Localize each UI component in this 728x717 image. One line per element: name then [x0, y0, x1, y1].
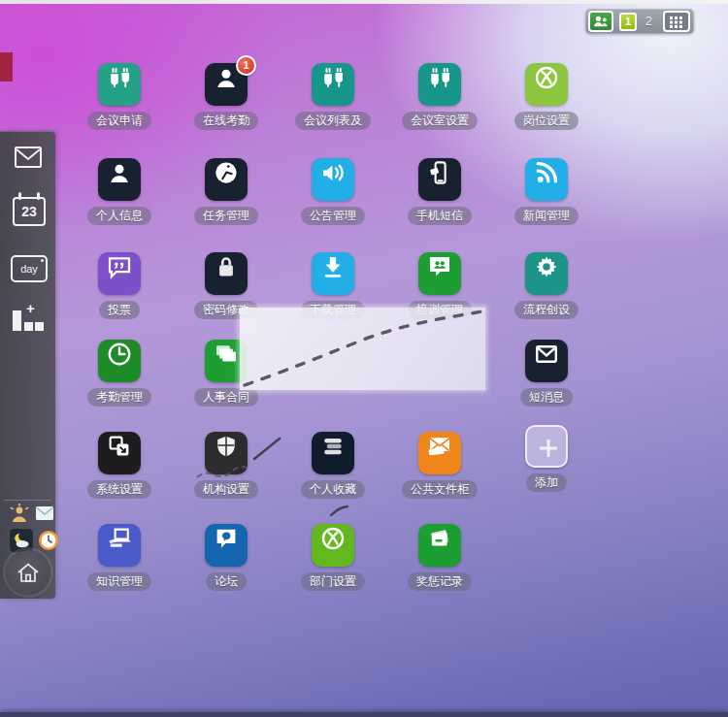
- grid-view-button[interactable]: [663, 11, 690, 32]
- messenger-icon: [590, 14, 612, 29]
- app-label: 人事合同: [194, 388, 258, 407]
- app-workflow-create[interactable]: 流程创设: [493, 245, 600, 319]
- app-label: 考勤管理: [87, 388, 151, 407]
- sidebar: 23 day +: [0, 131, 55, 599]
- app-forum[interactable]: 论坛: [173, 517, 280, 591]
- layers-icon: [312, 432, 354, 474]
- top-right-toolbar: 1 2: [585, 9, 694, 34]
- app-personal-info[interactable]: 个人信息: [66, 151, 173, 225]
- app-label: 个人信息: [87, 207, 151, 225]
- app-label: 会议室设置: [402, 112, 478, 130]
- messenger-button[interactable]: [588, 11, 613, 32]
- app-label: 公告管理: [301, 207, 365, 225]
- laptop-icon: [98, 524, 141, 567]
- desktop: 1 2 23 day +: [0, 0, 728, 717]
- clock-icon: [98, 340, 141, 382]
- download-icon: [312, 252, 354, 295]
- lock-icon: [205, 252, 248, 295]
- app-meeting-room-settings[interactable]: 会议室设置: [386, 56, 493, 130]
- app-meeting-apply[interactable]: 会议申请: [66, 56, 173, 130]
- app-mobile-sms[interactable]: 手机短信: [386, 151, 493, 225]
- app-org-settings[interactable]: 机构设置: [173, 425, 280, 499]
- app-label: 短消息: [520, 388, 573, 407]
- app-online-attendance[interactable]: 1在线考勤: [173, 56, 280, 130]
- speaker-icon: [312, 158, 354, 201]
- mail-icon: [14, 145, 43, 170]
- app-label: 部门设置: [301, 572, 365, 591]
- app-label: 流程创设: [514, 301, 579, 319]
- app-label: 会议申请: [87, 112, 151, 130]
- sidebar-divider: [4, 500, 51, 501]
- redaction-overlay: [240, 308, 485, 390]
- meeting-icon: [98, 63, 141, 106]
- app-label: 任务管理: [194, 207, 258, 225]
- app-add[interactable]: 添加: [493, 425, 600, 492]
- app-knowledge-management[interactable]: 知识管理: [66, 517, 173, 591]
- plus-icon: [525, 425, 568, 468]
- app-label: 会议列表及: [295, 112, 371, 130]
- app-label: 岗位设置: [514, 112, 579, 130]
- app-attendance-management[interactable]: 考勤管理: [66, 333, 173, 407]
- weather-button[interactable]: [9, 528, 34, 553]
- app-news-management[interactable]: 新闻管理: [493, 151, 600, 225]
- app-label: 系统设置: [87, 480, 151, 499]
- bottom-edge-strip: [0, 712, 728, 717]
- app-meeting-list[interactable]: 会议列表及: [280, 56, 386, 130]
- app-label: 公共文件柜: [402, 480, 478, 499]
- compass-icon: [205, 158, 248, 201]
- mini-mail-button[interactable]: [35, 505, 54, 521]
- app-short-message[interactable]: 短消息: [493, 333, 600, 407]
- app-label: 奖惩记录: [408, 572, 472, 591]
- home-icon: [6, 559, 50, 586]
- grid-icon: [669, 16, 684, 28]
- app-label: 机构设置: [194, 480, 258, 499]
- app-announcement-management[interactable]: 公告管理: [280, 151, 386, 225]
- app-personal-favorites[interactable]: 个人收藏: [280, 425, 386, 499]
- user-status-icon: [7, 503, 32, 526]
- xbox-icon: [525, 63, 568, 106]
- top-edge-strip: [0, 0, 728, 4]
- app-label: 知识管理: [87, 572, 151, 591]
- calendar-icon: 23: [13, 197, 46, 226]
- forum-icon: [205, 524, 248, 567]
- mail-mini-icon: [35, 505, 54, 521]
- user-status-button[interactable]: [7, 503, 32, 526]
- person-icon: 1: [205, 63, 248, 106]
- app-public-file-cabinet[interactable]: 公共文件柜: [386, 425, 493, 499]
- meeting-icon: [312, 63, 354, 106]
- sidebar-apps-button[interactable]: +: [13, 302, 44, 333]
- clock-icon: [37, 529, 60, 552]
- app-system-settings[interactable]: 系统设置: [66, 425, 173, 499]
- sidebar-mail-button[interactable]: [14, 145, 43, 170]
- app-vote[interactable]: 投票: [66, 245, 173, 319]
- phone-icon: [418, 158, 461, 201]
- pager-page-1[interactable]: 1: [619, 13, 637, 31]
- mail-open-icon: [418, 432, 461, 474]
- xbox-icon: [312, 524, 354, 567]
- shield-icon: [205, 432, 248, 474]
- app-task-management[interactable]: 任务管理: [173, 151, 280, 225]
- notification-badge: 1: [236, 55, 256, 76]
- day-calendar-icon: day: [11, 255, 48, 282]
- app-department-settings[interactable]: 部门设置: [280, 517, 386, 591]
- people-bubble-icon: [418, 252, 461, 295]
- app-label: 新闻管理: [514, 207, 579, 225]
- home-button[interactable]: [6, 550, 50, 595]
- person-icon: [98, 158, 141, 201]
- weather-icon: [9, 528, 34, 553]
- app-reward-records[interactable]: 奖惩记录: [386, 517, 493, 591]
- app-blocks-icon: +: [13, 302, 44, 333]
- meeting-icon: [418, 63, 461, 106]
- app-label: 手机短信: [408, 207, 472, 225]
- pager-page-2[interactable]: 2: [645, 15, 652, 28]
- envelope-icon: [525, 340, 568, 382]
- app-label: 论坛: [206, 572, 247, 591]
- calendar-day-number: 23: [15, 199, 44, 224]
- app-label: 投票: [99, 301, 140, 319]
- sidebar-day-view-button[interactable]: day: [11, 255, 48, 282]
- clock-button[interactable]: [37, 529, 60, 552]
- app-position-settings[interactable]: 岗位设置: [493, 56, 600, 130]
- quote-icon: [98, 252, 141, 295]
- app-label: 添加: [526, 473, 567, 492]
- sidebar-calendar-button[interactable]: 23: [13, 191, 46, 226]
